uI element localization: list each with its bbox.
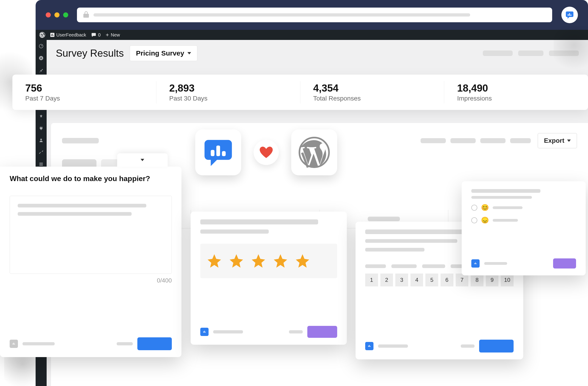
maximize-window-button[interactable] xyxy=(63,12,68,18)
userfeedback-badge-icon xyxy=(200,328,209,336)
char-counter: 0/400 xyxy=(10,277,172,284)
nps-option[interactable]: 10 xyxy=(501,273,514,286)
filter-placeholder xyxy=(450,138,476,143)
minimize-window-button[interactable] xyxy=(54,12,60,18)
nps-option[interactable]: 3 xyxy=(395,273,408,286)
page-title: Survey Results xyxy=(56,47,124,59)
chevron-down-icon xyxy=(141,159,144,161)
nps-option[interactable]: 9 xyxy=(486,273,499,286)
star-icon[interactable] xyxy=(228,253,244,269)
survey-selector-label: Pricing Survey xyxy=(136,49,184,57)
option-label-placeholder xyxy=(493,219,518,222)
url-bar[interactable] xyxy=(77,8,552,22)
export-button-label: Export xyxy=(544,137,564,144)
wp-new-label: New xyxy=(111,32,120,38)
action-placeholder xyxy=(483,51,513,56)
sidebar-analytics-icon[interactable]: A xyxy=(38,55,44,61)
nps-option[interactable]: 7 xyxy=(456,273,469,286)
svg-rect-26 xyxy=(369,345,370,347)
nps-option[interactable]: 4 xyxy=(410,273,423,286)
brand-label-placeholder xyxy=(378,345,408,348)
export-button[interactable]: Export xyxy=(538,133,577,148)
sidebar-user-icon[interactable] xyxy=(38,137,44,143)
svg-rect-25 xyxy=(368,346,369,347)
integration-logo-row xyxy=(195,129,337,175)
survey-widget-emoji: 😊 😞 xyxy=(462,181,586,275)
filter-placeholder xyxy=(480,138,505,143)
wp-comments[interactable]: 0 xyxy=(91,32,101,38)
heart-badge xyxy=(253,140,279,165)
sidebar-pin2-icon[interactable] xyxy=(38,113,44,119)
submit-button[interactable] xyxy=(307,326,337,338)
userfeedback-small-icon xyxy=(50,33,54,37)
back-link-placeholder[interactable] xyxy=(117,342,133,345)
browser-chrome xyxy=(36,0,588,30)
wordpress-icon xyxy=(298,136,330,169)
star-icon[interactable] xyxy=(273,253,289,269)
submit-button[interactable] xyxy=(553,258,576,269)
nps-option[interactable]: 1 xyxy=(365,273,378,286)
sidebar-plug-icon[interactable] xyxy=(38,125,44,131)
wp-admin-bar: UserFeedback 0 + New xyxy=(36,30,588,40)
svg-rect-23 xyxy=(204,331,205,332)
stat-label: Past 7 Days xyxy=(25,95,143,102)
wp-new[interactable]: + New xyxy=(106,32,120,38)
survey-selector[interactable]: Pricing Survey xyxy=(130,45,197,61)
stats-bar: 756 Past 7 Days 2,893 Past 30 Days 4,354… xyxy=(12,75,588,110)
radio-icon xyxy=(471,217,477,223)
star-icon[interactable] xyxy=(206,253,222,269)
submit-button[interactable] xyxy=(479,340,514,352)
nps-option[interactable]: 5 xyxy=(425,273,438,286)
back-link-placeholder[interactable] xyxy=(461,345,475,348)
svg-rect-21 xyxy=(15,344,15,345)
wp-site-switcher[interactable]: UserFeedback xyxy=(50,32,86,38)
stat-value: 4,354 xyxy=(313,82,431,94)
heart-icon xyxy=(259,146,273,159)
stat-impressions: 18,490 Impressions xyxy=(444,81,588,103)
stat-label: Past 30 Days xyxy=(169,95,287,102)
nps-option[interactable]: 2 xyxy=(380,273,393,286)
svg-rect-22 xyxy=(203,331,204,332)
submit-button[interactable] xyxy=(137,337,172,350)
star-icon[interactable] xyxy=(250,253,266,269)
panel-title-placeholder xyxy=(62,138,99,143)
sidebar-dashboard-icon[interactable] xyxy=(38,43,44,49)
wp-site-label: UserFeedback xyxy=(56,32,86,38)
nps-option[interactable]: 6 xyxy=(441,273,453,286)
svg-rect-30 xyxy=(476,263,476,264)
back-link-placeholder[interactable] xyxy=(289,330,303,333)
wp-comments-count: 0 xyxy=(98,32,101,38)
brand-label-placeholder xyxy=(484,262,507,265)
sidebar-pin-icon[interactable] xyxy=(38,67,44,73)
radio-option[interactable]: 😞 xyxy=(471,216,576,224)
stat-label: Impressions xyxy=(457,95,575,102)
radio-option[interactable]: 😊 xyxy=(471,204,576,211)
comment-icon xyxy=(91,32,96,38)
userfeedback-logo-card xyxy=(195,129,241,175)
nps-option[interactable]: 8 xyxy=(471,273,483,286)
scale-placeholder xyxy=(422,264,445,268)
textarea-input[interactable] xyxy=(10,196,172,274)
star-rating-input[interactable] xyxy=(200,244,337,278)
stat-past-7-days: 756 Past 7 Days xyxy=(12,81,156,103)
widget-tab[interactable] xyxy=(117,153,168,167)
svg-rect-17 xyxy=(222,151,226,156)
close-window-button[interactable] xyxy=(46,12,51,18)
svg-rect-16 xyxy=(216,146,220,156)
star-icon[interactable] xyxy=(294,253,311,269)
page-header: Survey Results Pricing Survey xyxy=(56,45,579,61)
action-placeholder xyxy=(518,51,544,56)
filter-placeholder xyxy=(420,138,446,143)
chevron-down-icon xyxy=(567,139,571,142)
nps-scale: 1 2 3 4 5 6 7 8 9 10 xyxy=(365,273,514,286)
svg-rect-2 xyxy=(570,15,571,16)
filter-placeholder xyxy=(510,138,531,143)
wordpress-icon[interactable] xyxy=(39,32,45,38)
svg-rect-7 xyxy=(53,35,53,36)
sidebar-settings-icon[interactable] xyxy=(38,161,44,167)
sidebar-tools-icon[interactable] xyxy=(38,149,44,155)
svg-rect-13 xyxy=(40,164,43,165)
extension-badge[interactable] xyxy=(561,7,578,23)
stat-value: 756 xyxy=(25,82,143,94)
userfeedback-icon xyxy=(566,11,574,19)
